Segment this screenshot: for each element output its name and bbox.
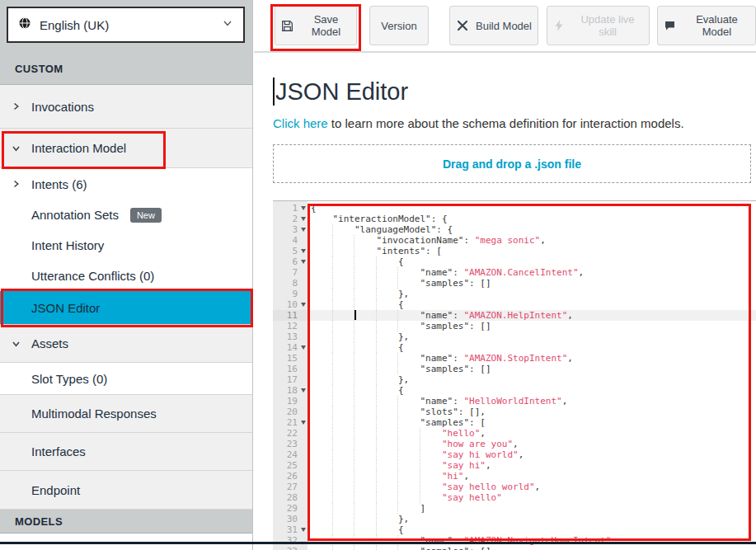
gutter-line-17: 17	[273, 374, 308, 385]
code-line-9[interactable]: },	[308, 289, 756, 299]
code-line-19[interactable]: "name": "HelloWorldIntent",	[308, 396, 756, 407]
save-model-button[interactable]: Save Model	[275, 6, 357, 45]
app-window: English (UK) CUSTOM InvocationsInteracti…	[0, 0, 756, 550]
code-line-3[interactable]: "languageModel": {	[308, 224, 756, 235]
language-selector[interactable]: English (UK)	[7, 7, 245, 43]
fold-arrow-icon[interactable]	[301, 388, 306, 393]
language-selector-value: English (UK)	[40, 18, 214, 32]
learn-more-link[interactable]: Click here	[273, 116, 328, 130]
code-line-4[interactable]: "invocationName": "mega sonic",	[308, 235, 756, 246]
code-line-6[interactable]: {	[308, 256, 756, 267]
gutter-line-32: 32	[273, 535, 308, 546]
gutter-line-8: 8	[273, 278, 308, 289]
button-label: Update live skill	[571, 13, 644, 38]
code-line-12[interactable]: "samples": []	[308, 321, 756, 331]
code-line-18[interactable]: {	[308, 385, 756, 396]
code-line-17[interactable]: },	[308, 374, 756, 385]
fold-arrow-icon[interactable]	[301, 303, 306, 307]
button-label: Build Model	[476, 20, 532, 32]
code-line-8[interactable]: "samples": []	[308, 278, 756, 289]
code-line-7[interactable]: "name": "AMAZON.CancelIntent",	[308, 267, 756, 278]
update-live-skill-button[interactable]: Update live skill	[547, 6, 650, 45]
code-line-16[interactable]: "samples": []	[308, 364, 756, 374]
code-line-31[interactable]: {	[308, 524, 756, 535]
fold-arrow-icon[interactable]	[301, 528, 306, 532]
button-label: Version	[381, 20, 416, 32]
code-line-26[interactable]: "hi",	[308, 471, 756, 482]
sidebar-item-label: Assets	[31, 336, 68, 350]
sidebar-item-endpoint[interactable]: Endpoint	[0, 471, 252, 510]
code-line-5[interactable]: "intents": [	[308, 246, 756, 256]
sidebar-item-interfaces[interactable]: Interfaces	[0, 433, 252, 471]
gutter-line-15: 15	[273, 353, 308, 364]
gutter-line-33: 33	[273, 546, 308, 550]
gutter-line-5: 5	[273, 246, 308, 256]
gutter-line-29: 29	[273, 503, 308, 514]
code-line-21[interactable]: "samples": [	[308, 417, 756, 428]
code-line-30[interactable]: },	[308, 514, 756, 524]
sidebar-item-label: Invocations	[31, 100, 94, 114]
code-line-14[interactable]: {	[308, 342, 756, 353]
version-button[interactable]: Version	[369, 6, 429, 45]
sidebar-item-intents[interactable]: Intents (6)	[0, 168, 252, 200]
button-label: Evaluate Model	[683, 13, 750, 38]
toolbar-divider	[254, 51, 756, 53]
code-line-15[interactable]: "name": "AMAZON.StopIntent",	[308, 353, 756, 364]
code-line-28[interactable]: "say hello"	[308, 492, 756, 503]
code-line-10[interactable]: {	[308, 299, 756, 310]
sidebar-item-assets[interactable]: Assets	[0, 325, 252, 363]
sidebar-item-invocations[interactable]: Invocations	[0, 85, 252, 129]
gutter-line-14: 14	[273, 342, 308, 353]
gutter-line-31: 31	[273, 524, 308, 535]
sidebar-item-annotation-sets[interactable]: Annotation SetsNew	[0, 200, 252, 230]
evaluate-model-button[interactable]: Evaluate Model	[657, 6, 756, 45]
sidebar-section-custom-header: CUSTOM	[15, 63, 63, 75]
editor-code-area[interactable]: { "interactionModel": { "languageModel":…	[308, 201, 756, 550]
code-line-23[interactable]: "how are you",	[308, 439, 756, 449]
fold-arrow-icon[interactable]	[301, 228, 306, 232]
code-line-25[interactable]: "say hi",	[308, 460, 756, 471]
code-line-1[interactable]: {	[308, 203, 756, 214]
gutter-line-6: 6	[273, 256, 308, 267]
fold-arrow-icon[interactable]	[301, 260, 306, 264]
gutter-line-12: 12	[273, 321, 308, 331]
sidebar-item-multimodal-responses[interactable]: Multimodal Responses	[0, 395, 252, 433]
code-line-29[interactable]: ]	[308, 503, 756, 514]
fold-arrow-icon[interactable]	[301, 421, 306, 425]
sidebar: English (UK) CUSTOM InvocationsInteracti…	[0, 0, 253, 550]
code-line-20[interactable]: "slots": [],	[308, 407, 756, 417]
fold-arrow-icon[interactable]	[301, 346, 306, 350]
code-line-22[interactable]: "hello",	[308, 428, 756, 439]
code-line-11[interactable]: "name": "AMAZON.HelpIntent",	[308, 310, 756, 321]
sidebar-item-utterance-conflicts[interactable]: Utterance Conflicts (0)	[0, 261, 252, 291]
gutter-line-9: 9	[273, 289, 308, 299]
sidebar-item-json-editor[interactable]: JSON Editor	[0, 291, 252, 325]
json-dropzone[interactable]: Drag and drop a .json file	[273, 144, 751, 183]
sidebar-item-label: Utterance Conflicts (0)	[31, 269, 154, 283]
fold-arrow-icon[interactable]	[301, 206, 306, 210]
chevron-down-icon	[12, 143, 21, 153]
gutter-line-13: 13	[273, 331, 308, 342]
fold-arrow-icon[interactable]	[301, 249, 306, 253]
build-model-button[interactable]: Build Model	[449, 6, 538, 45]
code-line-33[interactable]: "samples": []	[308, 546, 756, 550]
gutter-line-22: 22	[273, 428, 308, 439]
code-line-32[interactable]: "name": "AMAZON.NavigateHomeIntent",	[308, 535, 756, 546]
gutter-line-23: 23	[273, 439, 308, 449]
sidebar-item-label: Interaction Model	[31, 141, 126, 155]
sidebar-item-slot-types[interactable]: Slot Types (0)	[0, 363, 252, 395]
sidebar-item-label: Intents (6)	[31, 177, 87, 191]
code-line-24[interactable]: "say hi world",	[308, 449, 756, 460]
code-line-2[interactable]: "interactionModel": {	[308, 214, 756, 224]
fold-arrow-icon[interactable]	[301, 217, 306, 221]
gutter-line-7: 7	[273, 267, 308, 278]
window-edge-bar	[0, 542, 756, 544]
json-code-editor[interactable]: 1234567891011121314151617181920212223242…	[273, 200, 756, 550]
gutter-line-26: 26	[273, 471, 308, 482]
chevron-right-icon	[12, 180, 21, 189]
sidebar-item-intent-history[interactable]: Intent History	[0, 230, 252, 261]
code-line-27[interactable]: "say hello world",	[308, 482, 756, 492]
code-line-13[interactable]: },	[308, 331, 756, 342]
sidebar-item-interaction-model[interactable]: Interaction Model	[0, 129, 252, 168]
build-icon	[456, 19, 469, 32]
